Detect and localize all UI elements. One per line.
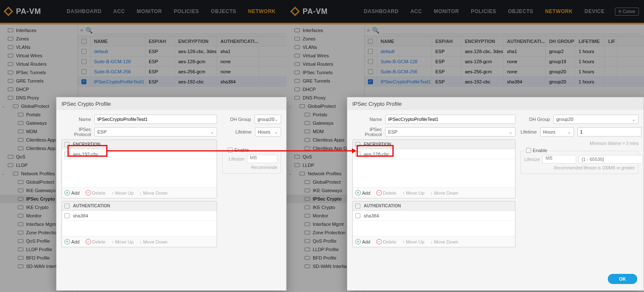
lifetime-unit-select[interactable]: Hours (255, 127, 281, 137)
auth-item[interactable]: sha384 (62, 211, 217, 221)
moveup-button[interactable]: ↑ Move Up (111, 190, 134, 196)
search-input[interactable] (381, 27, 641, 34)
table-row[interactable]: Suite-B-GCM-128ESPaes-128-gcmnonegroup19… (365, 56, 644, 67)
item-checkbox[interactable] (64, 152, 70, 157)
name-input[interactable] (385, 115, 515, 124)
nav-tab-monitor[interactable]: MONITOR (428, 0, 465, 23)
movedown-button[interactable]: ↓ Move Down (430, 190, 459, 196)
sidebar-item-ipsec-tunnels[interactable]: IPSec Tunnels (0, 68, 78, 77)
encryption-item[interactable]: aes-128-cbc (353, 149, 515, 159)
delete-button[interactable]: −Delete (376, 190, 397, 196)
sidebar-item-zones[interactable]: Zones (0, 35, 78, 43)
moveup-button[interactable]: ↑ Move Up (402, 239, 424, 244)
table-row[interactable]: Suite-B-GCM-256ESPaes-256-gcmnone (78, 67, 287, 77)
auth-item[interactable]: sha384 (353, 211, 515, 221)
clapps-icon (304, 137, 310, 142)
row-checkbox[interactable] (365, 56, 377, 66)
nav-tab-policies[interactable]: POLICIES (465, 0, 502, 23)
select-all-checkbox[interactable] (64, 142, 70, 147)
nav-tab-device[interactable]: DEVICE (579, 0, 611, 23)
nav-tab-monitor[interactable]: MONITOR (131, 0, 168, 23)
sidebar-item-gre-tunnels[interactable]: GRE Tunnels (287, 77, 364, 85)
add-button[interactable]: +Add (355, 190, 370, 196)
nav-tab-objects[interactable]: OBJECTS (502, 0, 539, 23)
movedown-button[interactable]: ↓ Move Down (430, 239, 459, 244)
select-all-checkbox[interactable] (355, 204, 360, 209)
nav-tab-network[interactable]: NETWORK (539, 0, 579, 23)
row-checkbox[interactable] (78, 77, 91, 86)
lifetime-label: Lifetime (521, 129, 537, 134)
add-button[interactable]: +Add (64, 190, 80, 196)
moveup-button[interactable]: ↑ Move Up (402, 190, 424, 196)
svg-rect-21 (18, 206, 23, 209)
lifetime-unit-select[interactable]: Hours (540, 127, 574, 137)
sidebar-item-interfaces[interactable]: Interfaces (287, 26, 364, 35)
select-all[interactable] (365, 36, 377, 46)
sidebar-item-vlans[interactable]: VLANs (0, 43, 78, 51)
lifesize-unit-select[interactable]: MB (247, 155, 277, 163)
nav-tab-policies[interactable]: POLICIES (168, 0, 205, 23)
sidebar-label: DHCP (303, 87, 316, 92)
encryption-value: aes-128-cbc (364, 152, 389, 157)
delete-button[interactable]: −Delete (86, 239, 106, 244)
item-checkbox[interactable] (64, 213, 70, 218)
row-checkbox[interactable] (78, 67, 91, 76)
table-row[interactable]: Suite-B-GCM-128ESPaes-128-gcmnone (78, 56, 287, 67)
sidebar-item-ipsec-tunnels[interactable]: IPSec Tunnels (287, 68, 364, 77)
table-row[interactable]: IPSecCryptoProfileTest1ESPaes-192-cbcsha… (78, 77, 287, 87)
nav-tab-dashboard[interactable]: DASHBOARD (358, 0, 405, 23)
protocol-select[interactable]: ESP (385, 127, 515, 137)
select-all-checkbox[interactable] (64, 204, 70, 209)
table-row[interactable]: Suite-B-GCM-256ESPaes-256-gcmnonegroup20… (365, 67, 644, 77)
lifesize-unit-select[interactable]: MB (542, 155, 576, 163)
item-checkbox[interactable] (355, 213, 360, 218)
sidebar-item-virtual-wires[interactable]: Virtual Wires (0, 51, 78, 60)
row-checkbox[interactable] (365, 77, 377, 86)
nav-tab-objects[interactable]: OBJECTS (205, 0, 242, 23)
row-checkbox[interactable] (78, 56, 91, 66)
item-checkbox[interactable] (355, 152, 360, 157)
plus-icon: + (64, 190, 70, 196)
ok-button[interactable]: OK (608, 274, 637, 284)
sidebar-item-dhcp[interactable]: DHCP (287, 85, 364, 94)
table-row[interactable]: defaultESPaes-128-cbc, 3dessha1 (78, 46, 287, 56)
delete-button[interactable]: −Delete (376, 239, 397, 244)
select-all-checkbox[interactable] (355, 142, 360, 147)
moveup-button[interactable]: ↑ Move Up (111, 239, 134, 244)
sidebar-item-dhcp[interactable]: DHCP (0, 85, 78, 94)
dhgroup-select[interactable]: group20 (553, 115, 639, 124)
sidebar-item-virtual-routers[interactable]: Virtual Routers (0, 60, 78, 68)
commit-button[interactable]: ⎘ Comm (615, 8, 639, 16)
movedown-button[interactable]: ↓ Move Down (140, 190, 168, 196)
encryption-item[interactable]: aes-192-cbc (62, 149, 217, 159)
sidebar-item-vlans[interactable]: VLANs (287, 43, 364, 51)
delete-button[interactable]: −Delete (86, 190, 106, 196)
table-row[interactable]: IPSecCryptoProfileTest1ESPaes-192-cbcsha… (365, 77, 644, 87)
bfd-icon (304, 255, 310, 260)
nav-tab-acc[interactable]: ACC (405, 0, 428, 23)
add-button[interactable]: +Add (64, 239, 80, 244)
dhgroup-select[interactable]: group20 (255, 115, 281, 124)
row-checkbox[interactable] (78, 46, 91, 56)
enable-checkbox[interactable] (228, 147, 233, 153)
row-checkbox[interactable] (365, 46, 377, 56)
sidebar-item-virtual-wires[interactable]: Virtual Wires (287, 51, 364, 60)
nav-tab-dashboard[interactable]: DASHBOARD (61, 0, 107, 23)
add-button[interactable]: +Add (355, 239, 370, 244)
table-row[interactable]: defaultESPaes-128-cbc, 3dessha1group21 h… (365, 46, 644, 56)
sidebar-item-gre-tunnels[interactable]: GRE Tunnels (0, 77, 78, 85)
sidebar-item-zones[interactable]: Zones (287, 35, 364, 43)
enable-checkbox[interactable] (526, 148, 531, 153)
search-input[interactable] (94, 27, 284, 34)
name-input[interactable] (94, 115, 217, 124)
sidebar-item-interfaces[interactable]: Interfaces (0, 26, 78, 35)
movedown-button[interactable]: ↓ Move Down (140, 239, 168, 244)
sidebar-item-virtual-routers[interactable]: Virtual Routers (287, 60, 364, 68)
lifesize-value-input[interactable] (579, 155, 643, 163)
row-checkbox[interactable] (365, 67, 377, 76)
select-all[interactable] (78, 36, 91, 46)
lifetime-value-input[interactable] (577, 127, 641, 137)
protocol-select[interactable]: ESP (94, 127, 217, 137)
nav-tab-network[interactable]: NETWORK (242, 0, 282, 23)
nav-tab-acc[interactable]: ACC (107, 0, 131, 23)
